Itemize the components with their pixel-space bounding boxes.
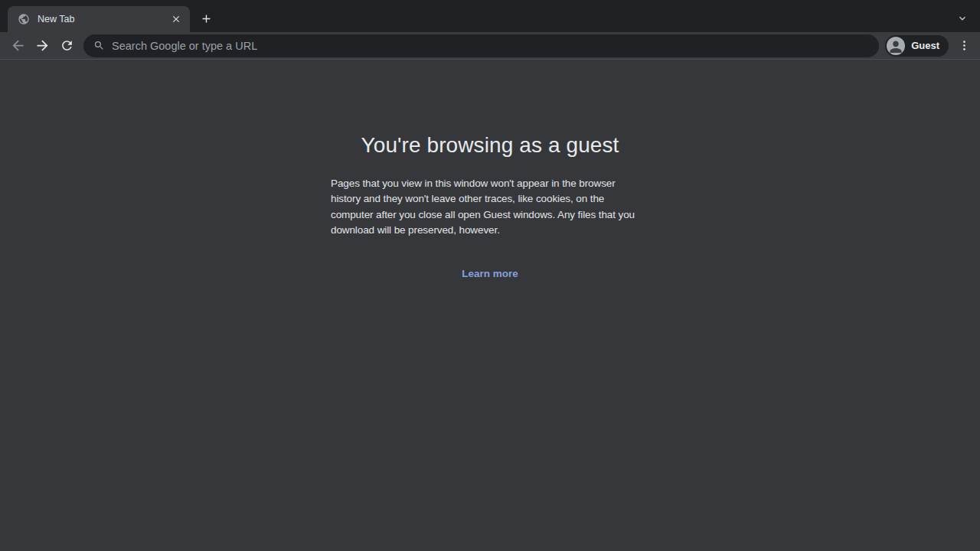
reload-button[interactable] — [55, 34, 78, 57]
guest-description-line: Pages that you view in this window won't… — [331, 176, 649, 191]
tab-new-tab[interactable]: New Tab — [8, 6, 190, 32]
person-avatar-icon — [887, 37, 905, 55]
tab-title: New Tab — [38, 14, 168, 24]
learn-more-link[interactable]: Learn more — [462, 268, 518, 279]
new-tab-button[interactable] — [197, 9, 215, 28]
guest-label: Guest — [911, 40, 939, 51]
toolbar: Guest — [0, 32, 980, 60]
close-icon[interactable] — [168, 11, 184, 27]
browser-menu-button[interactable] — [953, 35, 975, 57]
search-icon — [93, 40, 105, 51]
guest-profile-button[interactable]: Guest — [885, 35, 949, 57]
chevron-down-icon[interactable] — [954, 10, 971, 27]
guest-description-line: history and they won't leave other trace… — [331, 191, 649, 207]
tab-strip: New Tab — [0, 0, 980, 32]
guest-page: You're browsing as a guest Pages that yo… — [0, 60, 980, 550]
page-title: You're browsing as a guest — [361, 133, 619, 158]
back-button[interactable] — [6, 34, 29, 57]
guest-description-line: download will be preserved, however. — [331, 223, 649, 238]
guest-description: Pages that you view in this window won't… — [331, 176, 649, 239]
forward-button[interactable] — [31, 34, 54, 57]
globe-icon — [18, 13, 30, 25]
guest-description-line: computer after you close all open Guest … — [331, 207, 649, 223]
address-bar[interactable] — [83, 34, 879, 57]
address-input[interactable] — [112, 40, 869, 52]
browser-window: New Tab — [0, 0, 980, 551]
